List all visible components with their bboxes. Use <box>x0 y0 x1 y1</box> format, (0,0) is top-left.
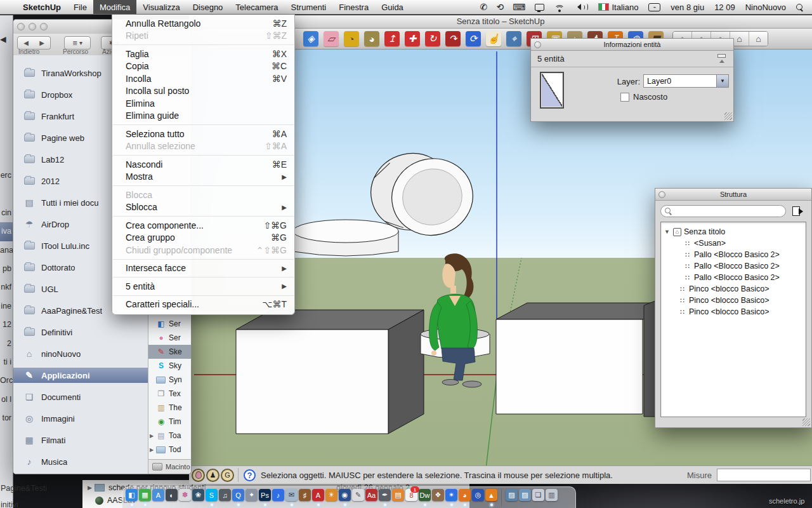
dock-contacts-icon[interactable]: ❖ <box>432 489 444 507</box>
dock-notebook-icon[interactable]: ▤ <box>392 489 404 507</box>
list-item-skype[interactable]: SSky <box>148 359 191 373</box>
menubar-item-file[interactable]: File <box>67 0 93 14</box>
tree-item-pallo-1[interactable]: ∷Pallo <Blocco Basico 2> <box>661 249 806 260</box>
tree-item-pallo-2[interactable]: ∷Pallo <Blocco Basico 2> <box>661 260 806 272</box>
dock-apps-folder-icon[interactable]: ▨ <box>506 489 518 507</box>
menu-item-sblocca[interactable]: Sblocca▶ <box>112 201 294 214</box>
list-item[interactable]: ▶▤Toa <box>148 429 191 443</box>
status-figure-icon[interactable]: ♟ <box>206 469 219 482</box>
dock-finder-icon[interactable]: ◧ <box>126 489 138 507</box>
left-box[interactable] <box>236 310 424 434</box>
tree-item-susan[interactable]: ∷<Susan> <box>661 237 806 249</box>
menubar-item-modifica[interactable]: Modifica <box>93 0 136 14</box>
dock-dictionary-icon[interactable]: Aa <box>365 489 377 507</box>
palette-title-bar[interactable]: Struttura <box>655 189 811 201</box>
menubar-item-strumenti[interactable]: Strumenti <box>285 0 333 14</box>
menubar-item-visualizza[interactable]: Visualizza <box>136 0 186 14</box>
rollup-icon[interactable] <box>717 54 726 64</box>
eraser-icon[interactable]: ▱ <box>324 31 339 46</box>
dock-photos-icon[interactable]: ✽ <box>179 489 191 507</box>
resize-grip[interactable] <box>724 112 732 120</box>
list-item[interactable]: ▥The <box>148 401 191 415</box>
disclosure-triangle-icon[interactable]: ▶ <box>88 485 92 491</box>
display-icon[interactable] <box>530 0 549 14</box>
menu-item-crea-gruppo[interactable]: Crea gruppo⌘G <box>112 232 294 244</box>
list-item[interactable]: ●Ser <box>148 331 191 345</box>
volume-icon[interactable] <box>569 0 593 14</box>
dock-dashboard-icon[interactable]: ◐ <box>166 489 178 507</box>
sidebar-item-ninonuovo[interactable]: ⌂ninoNuovo <box>13 346 148 361</box>
paint-bucket-icon[interactable]: ◕ <box>364 31 379 46</box>
close-icon[interactable] <box>658 191 665 198</box>
close-button[interactable] <box>17 23 25 30</box>
tree-item-pinco-2[interactable]: ∷Pinco <blocco Basico> <box>661 295 806 306</box>
dock-aperture-icon[interactable]: ☀ <box>325 489 337 507</box>
list-item[interactable]: ◉Tim <box>148 415 191 429</box>
spotlight-icon[interactable] <box>791 0 808 14</box>
dock-launchpad-icon[interactable]: ✦ <box>246 489 258 507</box>
dock-docs-folder-icon[interactable]: ▨ <box>519 489 531 507</box>
dock-system-icon[interactable]: ▦ <box>139 489 151 507</box>
menu-item-caratteri-speciali[interactable]: Caratteri speciali...⌥⌘T <box>112 298 294 311</box>
move-icon[interactable]: ✚ <box>405 31 420 46</box>
arrange-button[interactable]: ≣ ▾ <box>64 36 91 50</box>
make-component-icon[interactable]: ◈ <box>303 31 318 46</box>
status-geo-icon[interactable]: G <box>221 469 234 482</box>
dock-textedit-icon[interactable]: ✎ <box>352 489 364 507</box>
menu-item-incolla[interactable]: Incolla⌘V <box>112 72 294 85</box>
language-menu[interactable]: Italiano <box>593 0 643 14</box>
search-input[interactable] <box>674 206 785 217</box>
dock-quicktime-icon[interactable]: Q <box>232 489 244 507</box>
menubar-item-sketchup[interactable]: SketchUp <box>16 0 67 14</box>
layer-dropdown[interactable]: Layer0 ▼ <box>643 74 729 88</box>
menu-item-seleziona-tutto[interactable]: Seleziona tutto⌘A <box>112 128 294 140</box>
sidebar-item-filmati[interactable]: ▦Filmati <box>13 432 148 448</box>
list-item[interactable]: ❐Tex <box>148 387 191 401</box>
dock-pen-icon[interactable]: ✒ <box>379 489 391 507</box>
menubar-item-disegno[interactable]: Disegno <box>187 0 230 14</box>
wifi-icon[interactable] <box>549 0 569 14</box>
list-item[interactable]: ◧Ser <box>148 317 191 331</box>
dock-garageband-icon[interactable]: ♯ <box>299 489 311 507</box>
menu-item-copia[interactable]: Copia⌘C <box>112 60 294 73</box>
list-item-sketchup[interactable]: ✎Ske <box>148 345 191 359</box>
status-orbit-icon[interactable] <box>192 469 205 482</box>
view-left-button[interactable]: ⌂ <box>749 32 768 46</box>
menu-item-elimina-guide[interactable]: Elimina guide <box>112 110 294 123</box>
susan-figure[interactable] <box>429 253 481 387</box>
tree-item-pinco-3[interactable]: ∷Pinco <blocco Basico> <box>661 306 806 318</box>
input-menu-icon[interactable]: ⌨ <box>508 2 530 12</box>
follow-me-icon[interactable]: ↷ <box>445 31 461 46</box>
dock-acrobat-icon[interactable]: A <box>312 489 324 507</box>
dock-bluespin-icon[interactable]: ◎ <box>472 489 484 507</box>
tree-item-pinco-1[interactable]: ∷Pinco <blocco Basico> <box>661 283 806 295</box>
menu-item-taglia[interactable]: Taglia⌘X <box>112 48 294 60</box>
back-button[interactable]: ◀ <box>17 36 35 50</box>
menubar-user[interactable]: NinoNuovo <box>740 0 791 14</box>
close-icon[interactable] <box>534 41 541 48</box>
dock-photoshop-icon[interactable]: Ps <box>259 489 271 507</box>
sidebar-item-documenti[interactable]: ❏Documenti <box>13 389 148 404</box>
dock-calendar-icon[interactable]: 81 <box>405 489 417 507</box>
sidebar-item-definitivi[interactable]: Definitivi <box>13 324 148 340</box>
menubar-item-telecamera[interactable]: Telecamera <box>229 0 284 14</box>
phone-status-icon[interactable]: ✆ <box>476 2 492 12</box>
menu-item-nascondi[interactable]: Nascondi⌘E <box>112 158 294 171</box>
minimize-button[interactable] <box>29 23 36 30</box>
list-item[interactable]: ▶Tod <box>148 443 191 457</box>
menu-item-annulla-rettangolo[interactable]: Annulla Rettangolo⌘Z <box>112 17 294 30</box>
menu-item-incolla-sul-posto[interactable]: Incolla sul posto <box>112 85 294 98</box>
menu-item-5-entita[interactable]: 5 entità▶ <box>112 280 294 293</box>
menubar-date[interactable]: ven 8 giu <box>665 0 709 14</box>
dock-dreamweaver-icon[interactable]: Dw <box>419 489 431 507</box>
details-button[interactable] <box>792 204 806 218</box>
ground-cylinder[interactable] <box>293 220 398 256</box>
time-machine-icon[interactable]: ⟲ <box>492 2 508 12</box>
dock-mail-icon[interactable]: ✉ <box>285 489 298 507</box>
menubar-clock[interactable]: 12 09 <box>709 0 740 14</box>
menu-item-elimina[interactable]: Elimina <box>112 97 294 110</box>
apple-menu[interactable] <box>0 0 16 14</box>
orbit-icon[interactable]: ⟳ <box>466 31 481 46</box>
menu-item-interseca-facce[interactable]: Interseca facce▶ <box>112 262 294 275</box>
chevron-down-icon[interactable]: ▼ <box>716 75 728 87</box>
